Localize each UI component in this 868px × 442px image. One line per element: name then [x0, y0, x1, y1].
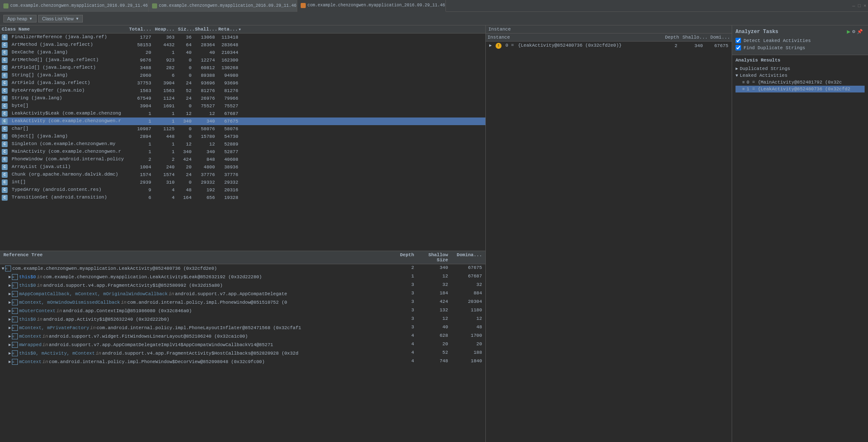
detect-leaked-label[interactable]: Detect Leaked Activities: [744, 38, 811, 43]
size-cell: 424: [176, 157, 193, 162]
class-table-row[interactable]: C char[] 10987 1125 0 58076 58076: [0, 125, 485, 133]
class-icon: C: [2, 141, 8, 147]
find-duplicate-label[interactable]: Find Duplicate Strings: [744, 45, 805, 50]
ref-expand-icon[interactable]: ►: [8, 334, 11, 339]
ref-expand-icon[interactable]: ►: [8, 300, 11, 305]
ref-tree-row[interactable]: ► ≡ mWrapped in android.support.v7.app.A…: [0, 341, 485, 349]
ref-cell: ► ≡ mContext in android.support.v7.widge…: [2, 333, 390, 340]
class-table-row[interactable]: C ArrayList (java.util) 1004 240 20 4800…: [0, 163, 485, 171]
ref-expand-icon[interactable]: ►: [8, 326, 11, 330]
detect-leaked-checkbox[interactable]: [736, 38, 741, 43]
class-table-row[interactable]: C LeakActivity$Leak (com.example.chenzon…: [0, 110, 485, 117]
ref-class-name: com.android.internal.policy.impl.PhoneWi…: [127, 300, 287, 305]
analysis-result-item[interactable]: ▼ Leaked Activities: [736, 72, 865, 79]
class-table-row[interactable]: C Singleton (com.example.chenzongwen.my …: [0, 140, 485, 148]
class-table-row[interactable]: C TransitionSet (android.transition) 6 4…: [0, 194, 485, 201]
ref-tree-row[interactable]: ► ≡ this$0 in android.app.Activity$1@852…: [0, 315, 485, 324]
ref-tree-row[interactable]: ► ≡ mAppCompatCallback, mContext, mOrigi…: [0, 290, 485, 298]
size-cell: 52: [176, 88, 193, 94]
shallow-size-cell: 340: [679, 43, 705, 49]
shallow-cell: 81276: [193, 88, 217, 94]
class-table-row[interactable]: C ArtField (java.lang.reflect) 37753 390…: [0, 79, 485, 87]
class-name-cell: C ArtMethod (java.lang.reflect): [0, 42, 127, 48]
class-name-label: LeakActivity$Leak (com.example.chenzong: [12, 111, 121, 116]
instance-row[interactable]: ▶ ! 0 = {LeakActivity@852480736 (0x32cfd…: [486, 42, 732, 50]
view-dropdown-button[interactable]: Class List View ▼: [38, 15, 83, 22]
result-expand-icon[interactable]: ≡: [742, 87, 745, 92]
tab-hprof[interactable]: com.example.chenzongwen.myapplication_20…: [297, 0, 446, 12]
class-table-row[interactable]: C ArtMethod (java.lang.reflect) 58153 44…: [0, 41, 485, 49]
ref-expand-icon[interactable]: ►: [8, 292, 11, 297]
class-table-row[interactable]: C PhoneWindow (com.android.internal.poli…: [0, 156, 485, 163]
retained-cell: 162300: [217, 57, 240, 63]
class-table-row[interactable]: C LeakActivity (com.example.chenzongwen.…: [0, 117, 485, 125]
ref-expand-icon[interactable]: ►: [8, 351, 11, 356]
ref-dominator-cell: 48: [450, 325, 484, 330]
class-name-label: ArtMethod (java.lang.reflect): [12, 42, 93, 47]
ref-tree-row[interactable]: ▼ ≡ com.example.chenzongwen.myapplicatio…: [0, 264, 485, 273]
class-table-row[interactable]: C String (java.lang) 67549 1124 24 26976…: [0, 95, 485, 102]
ref-shallow-cell: 52: [416, 350, 450, 355]
ref-tree-row[interactable]: ► ≡ this$0 in android.support.v4.app.Fra…: [0, 281, 485, 290]
ref-expand-icon[interactable]: ►: [8, 343, 11, 347]
total-cell: 1574: [127, 172, 153, 178]
class-table-row[interactable]: C DexCache (java.lang) 20 1 40 40 210344: [0, 49, 485, 56]
settings-icon[interactable]: ⚙: [852, 28, 855, 35]
ref-tree-row[interactable]: ► ≡ this$0 in com.example.chenzongwen.my…: [0, 273, 485, 281]
ref-field-name: mContext, mPrivateFactory: [19, 325, 89, 330]
result-expand-icon[interactable]: ≡: [742, 80, 745, 85]
class-table-row[interactable]: C Object[] (java.lang) 2894 448 0 15780 …: [0, 133, 485, 140]
class-icon: C: [2, 179, 8, 185]
total-cell: 10987: [127, 126, 153, 132]
stack-icon: ≡: [12, 325, 18, 331]
class-table-row[interactable]: C MainActivity (com.example.chenzongwen.…: [0, 148, 485, 156]
run-analysis-button[interactable]: ▶: [847, 28, 850, 35]
shallow-cell: 93696: [193, 80, 217, 86]
pin-icon[interactable]: 📌: [857, 29, 863, 34]
result-expand-icon[interactable]: ▼: [736, 73, 738, 78]
total-cell: 1004: [127, 164, 153, 170]
stack-icon: ≡: [12, 274, 18, 280]
header-size: Siz...: [176, 26, 193, 32]
ref-tree-row[interactable]: ► ≡ mContext, mPrivateFactory in com.and…: [0, 324, 485, 332]
tab-alloc-2[interactable]: com.example.chenzongwen.myapplication_20…: [149, 0, 297, 12]
analysis-result-item[interactable]: ≡ 0 = {MainActivity@852481792 (0x32c: [736, 79, 865, 86]
ref-in-keyword: in: [42, 334, 48, 339]
find-duplicate-checkbox[interactable]: [736, 45, 741, 50]
ref-shallow-cell: 184: [416, 291, 450, 296]
class-table-row[interactable]: C ArtField[] (java.lang.reflect) 3488 28…: [0, 64, 485, 72]
class-icon: C: [2, 103, 8, 109]
class-name-cell: C ArrayList (java.util): [0, 164, 127, 171]
class-table-row[interactable]: C int[] 2939 310 0 29332 29332: [0, 179, 485, 186]
tab-alloc-1[interactable]: com.example.chenzongwen.myapplication_20…: [0, 0, 149, 12]
class-table-row[interactable]: C Chunk (org.apache.harmony.dalvik.ddmc)…: [0, 171, 485, 179]
class-table-row[interactable]: C String[] (java.lang) 2060 6 0 89388 94…: [0, 72, 485, 79]
ref-tree-row[interactable]: ► ≡ mOuterContext in android.app.Context…: [0, 307, 485, 315]
analysis-result-item[interactable]: ► Duplicated Strings: [736, 65, 865, 72]
ref-class-name: android.support.v4.app.FragmentActivity$…: [102, 351, 298, 356]
ref-expand-icon[interactable]: ►: [8, 275, 11, 280]
class-table-row[interactable]: C TypedArray (android.content.res) 9 4 4…: [0, 186, 485, 194]
size-cell: 20: [176, 164, 193, 170]
heap-dropdown-button[interactable]: App heap ▼: [3, 15, 37, 22]
ref-expand-icon[interactable]: ▼: [2, 266, 4, 271]
class-table-row[interactable]: C ArtMethod[] (java.lang.reflect) 9676 9…: [0, 56, 485, 64]
result-expand-icon[interactable]: ►: [736, 67, 738, 71]
ref-cell: ► ≡ mContext in com.android.internal.pol…: [2, 358, 390, 365]
depth-cell: 2: [658, 43, 679, 49]
ref-tree-row[interactable]: ► ≡ mContext in com.android.internal.pol…: [0, 358, 485, 366]
class-table-row[interactable]: C ByteArrayBuffer (java.nio) 1563 1563 5…: [0, 87, 485, 95]
ref-expand-icon[interactable]: ►: [8, 309, 11, 313]
analysis-result-item[interactable]: ≡ 1 = {LeakActivity@852480736 (0x32cfd2: [736, 86, 865, 92]
analyzer-title-label: Analyzer Tasks: [736, 29, 778, 35]
ref-tree-row[interactable]: ► ≡ mContext in android.support.v7.widge…: [0, 332, 485, 341]
ref-tree-row[interactable]: ► ≡ mContext, mOnWindowDismissedCallback…: [0, 298, 485, 307]
class-table-row[interactable]: C FinalizerReference (java.lang.ref) 172…: [0, 34, 485, 41]
class-table-row[interactable]: C byte[] 3904 1691 0 75527 75527: [0, 102, 485, 110]
ref-expand-icon[interactable]: ►: [8, 360, 11, 364]
ref-tree-row[interactable]: ► ≡ this$0, mActivity, mContext in andro…: [0, 349, 485, 358]
ref-expand-icon[interactable]: ►: [8, 317, 11, 322]
ref-header-depth: Depth: [390, 252, 416, 263]
shallow-cell: 58076: [193, 126, 217, 132]
ref-expand-icon[interactable]: ►: [8, 283, 11, 288]
